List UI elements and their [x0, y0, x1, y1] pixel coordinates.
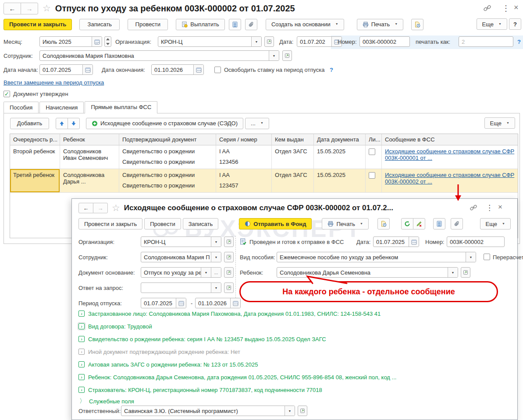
reminder-button[interactable]: [411, 19, 423, 30]
dropdown-icon[interactable]: [211, 252, 221, 262]
dialog-reminder-button[interactable]: [377, 218, 390, 229]
number-field[interactable]: 003К-000002: [359, 36, 410, 47]
personal-checkbox[interactable]: [369, 172, 375, 179]
section-child[interactable]: ›Ребенок: Солодовникова Дарья Семеновна,…: [78, 373, 396, 381]
sedo-more-options-button[interactable]: ...: [245, 118, 269, 129]
col-issued-by[interactable]: Кем выдан: [272, 134, 314, 145]
cell-child[interactable]: Солодовников Иван Семенович: [60, 145, 119, 169]
org-field[interactable]: КРОН-Ц: [158, 36, 262, 47]
col-fss-message[interactable]: Сообщение в ФСС: [382, 134, 518, 145]
send-to-fund-button[interactable]: Отправить в Фонд: [239, 218, 312, 229]
dropdown-icon[interactable]: [285, 406, 295, 416]
dialog-period-to-field[interactable]: 01.10.2026: [195, 298, 241, 308]
table-row-selected[interactable]: Третий ребенок Солодовникова Дарья ... С…: [10, 169, 518, 193]
col-order[interactable]: Очередность р...: [10, 134, 60, 145]
cell-docs[interactable]: Свидетельство о рожденииСвидетельство о …: [119, 169, 216, 193]
print-as-help[interactable]: ?: [517, 39, 521, 45]
tab-accruals[interactable]: Начисления: [39, 102, 84, 113]
benefit-type-field[interactable]: Ежемесячное пособие по уходу за ребенком: [277, 252, 476, 262]
dialog-post-button[interactable]: Провести: [144, 218, 181, 229]
dialog-close-icon[interactable]: ×: [498, 203, 502, 212]
dialog-back-button[interactable]: ←: [78, 203, 93, 213]
section-birth-certificate[interactable]: ›Свидетельство о рождении ребенка: серия…: [78, 335, 326, 343]
section-zags-record[interactable]: ›Актовая запись ЗАГС о рождении ребенка:…: [78, 360, 258, 369]
approved-checkbox[interactable]: [4, 91, 10, 97]
help-button[interactable]: ?: [509, 18, 521, 30]
col-doc-date[interactable]: Дата документа: [314, 134, 366, 145]
print-as-field[interactable]: 2: [459, 36, 513, 47]
release-rate-checkbox[interactable]: [214, 67, 221, 73]
cell-child[interactable]: Солодовникова Дарья ...: [60, 169, 119, 193]
month-stepper[interactable]: [104, 36, 111, 47]
responsible-open-button[interactable]: [298, 406, 307, 416]
expand-icon[interactable]: ›: [78, 361, 85, 367]
choose-button[interactable]: ...: [211, 268, 221, 277]
col-personal[interactable]: Ли...: [366, 134, 382, 145]
cell-issued-by[interactable]: Отдел ЗАГС: [272, 169, 314, 193]
cell-order[interactable]: Третий ребенок: [10, 169, 60, 193]
dialog-forward-button[interactable]: →: [93, 203, 108, 213]
dialog-response-field[interactable]: [141, 282, 221, 293]
more-button[interactable]: Еще: [477, 18, 507, 30]
section-service-fields[interactable]: 〉Служебные поля: [79, 397, 134, 406]
dialog-employee-field[interactable]: Солодовникова Мария П: [141, 252, 221, 262]
cell-fss-message[interactable]: Исходящее сообщение о страховом случае С…: [382, 145, 518, 169]
post-button[interactable]: Провести: [128, 19, 168, 30]
print-button[interactable]: Печать: [357, 19, 404, 30]
section-other-document[interactable]: ›Иной документ подтверждающий рождение р…: [78, 347, 240, 356]
add-row-button[interactable]: Добавить: [10, 118, 49, 129]
cancel-sign-button[interactable]: [413, 218, 425, 229]
date-field[interactable]: 01.07.202: [297, 36, 342, 47]
window-close-icon[interactable]: ×: [514, 3, 519, 12]
dialog-attachments-button[interactable]: [451, 218, 463, 229]
dropdown-icon[interactable]: [211, 283, 221, 293]
attachments-button[interactable]: [245, 19, 257, 30]
cell-fss-message[interactable]: Исходящее сообщение о страховом случае С…: [382, 169, 518, 193]
dialog-org-open-button[interactable]: [224, 236, 234, 247]
expand-icon[interactable]: ›: [78, 311, 85, 317]
expand-icon[interactable]: ›: [78, 387, 85, 393]
create-based-on-button[interactable]: Создать на основании: [266, 19, 344, 30]
get-link-icon[interactable]: [484, 4, 491, 14]
release-rate-help[interactable]: ?: [330, 67, 333, 73]
personal-checkbox[interactable]: [369, 148, 375, 155]
calendar-icon[interactable]: [82, 65, 93, 74]
reconciliation-list-button[interactable]: [229, 19, 241, 30]
dropdown-icon[interactable]: [211, 237, 221, 247]
expand-icon[interactable]: ›: [78, 349, 85, 355]
create-sedo-message-button[interactable]: Исходящее сообщение о страховом случае (…: [86, 118, 243, 129]
dropdown-icon[interactable]: [201, 268, 211, 277]
dialog-more-button[interactable]: Еще: [480, 218, 511, 229]
dialog-post-and-close-button[interactable]: Провести и закрыть: [78, 218, 142, 229]
employee-field[interactable]: Солодовникова Мария Пахомовна: [39, 50, 279, 61]
col-confirming-doc[interactable]: Подтверждающий документ: [119, 134, 216, 145]
table-more-button[interactable]: Еще: [484, 117, 515, 129]
dialog-kebab-icon[interactable]: ⋮: [486, 203, 493, 212]
dialog-employee-open-button[interactable]: [224, 252, 234, 262]
dialog-child-open-button[interactable]: [461, 267, 470, 278]
move-up-button[interactable]: [56, 118, 68, 129]
refresh-status-button[interactable]: [401, 218, 413, 229]
dropdown-icon[interactable]: [269, 51, 279, 60]
dialog-date-field[interactable]: 01.07.2025: [373, 236, 419, 247]
dialog-print-button[interactable]: Печать: [322, 218, 369, 229]
cell-docs[interactable]: Свидетельство о рожденииСвидетельство о …: [119, 145, 216, 169]
org-open-button[interactable]: [264, 36, 274, 47]
section-contract-type[interactable]: ›Вид договора: Трудовой: [78, 322, 152, 331]
expand-icon[interactable]: ›: [78, 336, 85, 342]
favorite-star-icon[interactable]: ☆: [43, 3, 51, 14]
section-insurer[interactable]: ›Страхователь: КРОН-Ц, регистрационный н…: [78, 385, 322, 394]
dialog-org-field[interactable]: КРОН-Ц: [141, 236, 221, 247]
dialog-number-field[interactable]: 003К-000002: [447, 236, 505, 247]
dialog-get-link-icon[interactable]: [470, 204, 477, 213]
save-button[interactable]: Записать: [79, 19, 120, 30]
forward-button[interactable]: →: [21, 3, 38, 14]
calendar-icon[interactable]: [409, 237, 419, 247]
cell-issued-by[interactable]: Отдел ЗАГС: [272, 145, 314, 169]
expand-icon[interactable]: ›: [78, 374, 85, 380]
cell-series-number[interactable]: I AA123457: [216, 169, 272, 193]
more-menu-kebab-icon[interactable]: ⋮: [502, 4, 510, 13]
table-row[interactable]: Второй ребенок Солодовников Иван Семенов…: [10, 145, 518, 169]
start-date-field[interactable]: 01.07.2025: [39, 64, 93, 75]
calendar-icon[interactable]: [193, 65, 203, 74]
